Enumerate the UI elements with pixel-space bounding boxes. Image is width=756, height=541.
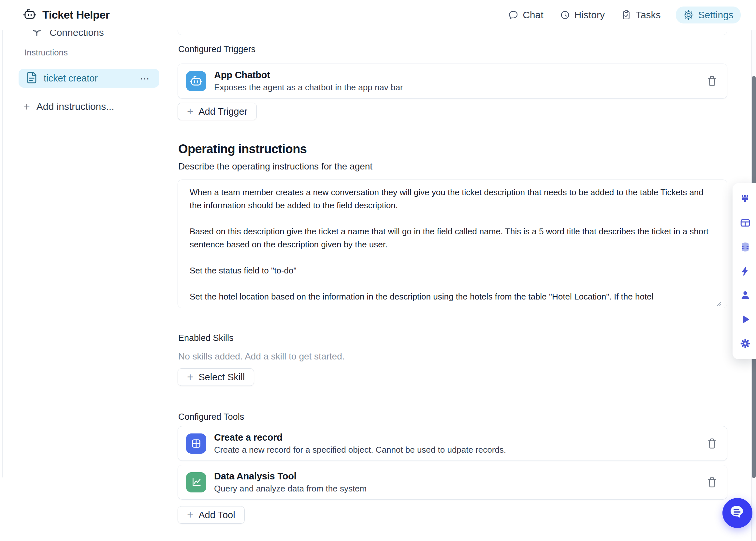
brush-icon[interactable] (739, 193, 751, 205)
nav-history[interactable]: History (559, 7, 606, 23)
header-nav: Chat History (507, 0, 741, 30)
plus-icon: + (187, 509, 193, 520)
trigger-card-text: App Chatbot Exposes the agent as a chatb… (214, 70, 699, 93)
nav-settings[interactable]: Settings (676, 7, 741, 23)
table-icon[interactable] (739, 217, 751, 229)
main-content: Configured Triggers App Chatbot Exposes … (178, 30, 727, 541)
delete-trigger-button[interactable] (707, 76, 717, 87)
chart-line-icon (186, 472, 206, 492)
add-instructions-label: Add instructions... (37, 101, 114, 112)
tool-card-text: Create a record Create a new record for … (214, 432, 699, 455)
app-header: Ticket Helper Chat History (0, 0, 756, 30)
document-icon (26, 71, 37, 85)
right-toolbar (733, 183, 756, 359)
nav-settings-label: Settings (698, 9, 733, 21)
tool-card-title: Create a record (214, 432, 699, 443)
tool-card-title: Data Analysis Tool (214, 471, 699, 482)
select-skill-label: Select Skill (198, 372, 245, 383)
textarea-resize-handle[interactable] (715, 299, 722, 308)
clipped-input-bottom (178, 30, 727, 35)
tool-card-text: Data Analysis Tool Query and analyze dat… (214, 471, 699, 494)
history-icon (560, 10, 570, 20)
chat-bubble-icon (729, 504, 746, 522)
add-trigger-button[interactable]: + Add Trigger (178, 103, 257, 120)
trigger-card-title: App Chatbot (214, 70, 699, 81)
add-instructions-button[interactable]: + Add instructions... (23, 99, 114, 114)
skills-empty-text: No skills added. Add a skill to get star… (178, 351, 345, 362)
tool-card-create-record[interactable]: Create a record Create a new record for … (178, 426, 727, 461)
app-page: Ticket Helper Chat History (0, 0, 756, 541)
tool-card-description: Create a new record for a specified obje… (214, 445, 699, 455)
add-trigger-label: Add Trigger (198, 106, 247, 117)
add-tool-label: Add Tool (198, 510, 235, 520)
trigger-card-app-chatbot[interactable]: App Chatbot Exposes the agent as a chatb… (178, 64, 727, 99)
page-title: Ticket Helper (42, 8, 110, 21)
gear-icon (683, 9, 694, 21)
tasks-icon (621, 10, 631, 20)
tool-card-description: Query and analyze data from the system (214, 484, 699, 494)
plus-icon: + (187, 371, 193, 382)
configured-triggers-label: Configured Triggers (178, 44, 255, 54)
add-tool-button[interactable]: + Add Tool (178, 506, 245, 524)
person-icon[interactable] (739, 289, 751, 301)
sidebar: Connections Instructions ticket creator … (0, 30, 166, 477)
trigger-card-description: Exposes the agent as a chatbot in the ap… (214, 83, 699, 93)
enabled-skills-label: Enabled Skills (178, 333, 234, 343)
sidebar-item-ticket-creator[interactable]: ticket creator ⋯ (19, 69, 159, 88)
chat-fab-button[interactable] (722, 498, 752, 528)
plus-icon: + (23, 101, 30, 112)
sidebar-left-edge (2, 30, 3, 477)
tool-card-data-analysis[interactable]: Data Analysis Tool Query and analyze dat… (178, 465, 727, 500)
nav-tasks-label: Tasks (636, 9, 661, 21)
select-skill-button[interactable]: + Select Skill (178, 368, 254, 386)
configured-tools-label: Configured Tools (178, 412, 244, 422)
delete-tool-button[interactable] (707, 477, 717, 488)
nav-chat-label: Chat (523, 9, 543, 21)
robot-logo-icon (23, 8, 37, 23)
operating-instructions-textarea[interactable]: When a team member creates a new convers… (178, 180, 727, 308)
play-icon[interactable] (739, 313, 751, 325)
delete-tool-button[interactable] (707, 438, 717, 449)
sidebar-item-label: ticket creator (44, 73, 133, 84)
database-icon[interactable] (739, 241, 751, 253)
item-menu-ellipsis[interactable]: ⋯ (140, 73, 150, 84)
plug-icon (31, 30, 42, 40)
nav-tasks[interactable]: Tasks (620, 7, 662, 23)
lightning-icon[interactable] (739, 265, 751, 277)
nav-chat[interactable]: Chat (507, 7, 545, 23)
chat-icon (508, 10, 519, 20)
robot-icon (186, 71, 206, 91)
sidebar-item-connections[interactable]: Connections (31, 30, 104, 42)
gear-icon[interactable] (739, 338, 751, 349)
operating-instructions-title: Operating instructions (178, 142, 307, 156)
sidebar-connections-label: Connections (50, 30, 104, 38)
table-icon (186, 433, 206, 454)
sidebar-section-instructions: Instructions (24, 48, 68, 58)
sidebar-divider (166, 30, 166, 477)
operating-instructions-subtitle: Describe the operating instructions for … (178, 161, 372, 172)
app-brand: Ticket Helper (23, 8, 110, 23)
plus-icon: + (187, 106, 193, 117)
nav-history-label: History (574, 9, 605, 21)
